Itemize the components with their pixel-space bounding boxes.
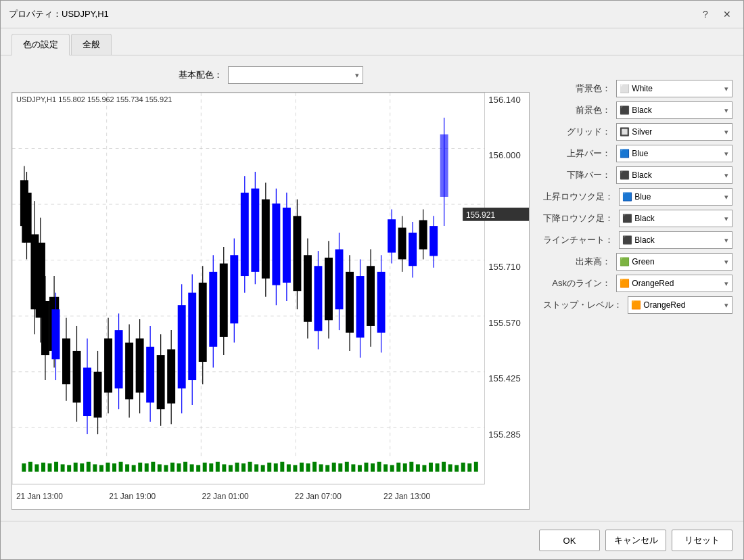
tab-general[interactable]: 全般 bbox=[71, 34, 112, 55]
svg-rect-49 bbox=[164, 465, 168, 472]
svg-rect-44 bbox=[132, 465, 136, 472]
tab-color-settings[interactable]: 色の設定 bbox=[11, 34, 70, 55]
svg-rect-121 bbox=[136, 338, 144, 392]
fg-color-select[interactable]: ⬛ Black ⬜ White bbox=[616, 101, 733, 119]
svg-rect-88 bbox=[416, 464, 420, 471]
svg-rect-65 bbox=[267, 463, 271, 472]
svg-rect-36 bbox=[80, 463, 84, 471]
svg-rect-70 bbox=[300, 463, 304, 472]
svg-rect-31 bbox=[48, 463, 52, 471]
up-candle-color-select[interactable]: 🟦 Blue ⬛ Black 🟥 Red bbox=[619, 188, 733, 206]
svg-rect-133 bbox=[199, 283, 207, 362]
svg-rect-64 bbox=[261, 465, 265, 472]
up-bar-color-label: 上昇バー： bbox=[543, 147, 611, 160]
svg-rect-74 bbox=[325, 465, 329, 472]
svg-rect-60 bbox=[235, 463, 239, 472]
svg-rect-87 bbox=[409, 462, 413, 472]
stop-level-color-select[interactable]: 🟧 OrangeRed 🟥 Red 🟦 Blue bbox=[628, 296, 733, 314]
down-bar-color-select-wrapper: ⬛ Black ⬜ White 🟦 Blue bbox=[616, 166, 733, 184]
cancel-button[interactable]: キャンセル bbox=[605, 530, 666, 551]
footer: OK キャンセル リセット bbox=[1, 521, 743, 559]
svg-rect-143 bbox=[251, 189, 259, 272]
color-row-up-candle: 上昇ロウソク足： 🟦 Blue ⬛ Black 🟥 Red bbox=[543, 188, 733, 206]
line-chart-color-select[interactable]: ⬛ Black ⬜ White 🟦 Blue bbox=[619, 231, 733, 249]
svg-rect-153 bbox=[304, 255, 312, 322]
svg-rect-89 bbox=[422, 465, 426, 472]
svg-rect-161 bbox=[346, 272, 354, 333]
color-row-grid: グリッド： 🔲 Silver ◼ Gray ⬜ White bbox=[543, 123, 733, 141]
svg-rect-145 bbox=[262, 200, 270, 279]
left-panel: 基本配色： デフォルト カスタム USDJPY,H1 155.802 155.9… bbox=[11, 66, 530, 510]
svg-rect-55 bbox=[203, 463, 207, 472]
svg-rect-125 bbox=[157, 355, 165, 409]
svg-rect-135 bbox=[209, 272, 217, 347]
chart-header: USDJPY,H1 155.802 155.962 155.734 155.92… bbox=[16, 95, 172, 103]
svg-rect-94 bbox=[455, 465, 459, 472]
color-row-volume: 出来高： 🟩 Green ⬛ Black 🟥 Red bbox=[543, 253, 733, 271]
svg-text:155.570: 155.570 bbox=[488, 318, 520, 328]
color-row-down-candle: 下降ロウソク足： ⬛ Black ⬜ White 🟦 Blue bbox=[543, 210, 733, 227]
down-bar-color-select[interactable]: ⬛ Black ⬜ White 🟦 Blue bbox=[616, 166, 733, 184]
volume-color-select[interactable]: 🟩 Green ⬛ Black 🟥 Red bbox=[616, 253, 733, 271]
svg-rect-46 bbox=[145, 463, 149, 471]
svg-rect-51 bbox=[177, 463, 181, 471]
svg-rect-30 bbox=[41, 463, 45, 472]
svg-rect-167 bbox=[377, 272, 386, 333]
up-bar-color-select[interactable]: 🟦 Blue ⬛ Black 🟥 Red bbox=[616, 145, 733, 162]
svg-rect-72 bbox=[312, 462, 317, 472]
line-chart-color-select-wrapper: ⬛ Black ⬜ White 🟦 Blue bbox=[619, 231, 733, 249]
svg-rect-92 bbox=[442, 462, 446, 472]
close-button[interactable]: ✕ bbox=[719, 6, 735, 22]
ok-button[interactable]: OK bbox=[539, 530, 600, 551]
bg-color-label: 背景色： bbox=[543, 83, 611, 95]
svg-rect-79 bbox=[358, 465, 362, 472]
svg-rect-151 bbox=[293, 216, 301, 291]
color-row-up-bar: 上昇バー： 🟦 Blue ⬛ Black 🟥 Red bbox=[543, 145, 733, 162]
svg-rect-93 bbox=[448, 464, 452, 471]
svg-rect-157 bbox=[325, 258, 333, 320]
svg-text:22 Jan 07:00: 22 Jan 07:00 bbox=[295, 492, 342, 501]
svg-rect-47 bbox=[151, 462, 155, 472]
svg-rect-37 bbox=[87, 462, 91, 472]
svg-rect-103 bbox=[41, 301, 49, 355]
svg-rect-141 bbox=[241, 193, 249, 276]
svg-rect-80 bbox=[364, 463, 368, 472]
svg-text:156.140: 156.140 bbox=[488, 95, 520, 105]
svg-rect-57 bbox=[216, 462, 220, 472]
svg-rect-159 bbox=[335, 250, 344, 310]
bg-color-select[interactable]: ⬜ White ⬛ Black ◼ Gray bbox=[616, 80, 733, 97]
svg-rect-52 bbox=[183, 462, 187, 472]
grid-color-select-wrapper: 🔲 Silver ◼ Gray ⬜ White bbox=[616, 123, 733, 141]
svg-text:155.921: 155.921 bbox=[466, 210, 495, 220]
stop-level-color-select-wrapper: 🟧 OrangeRed 🟥 Red 🟦 Blue bbox=[628, 296, 733, 314]
base-color-label: 基本配色： bbox=[179, 69, 223, 81]
svg-rect-123 bbox=[146, 347, 154, 403]
svg-rect-78 bbox=[351, 464, 355, 471]
svg-rect-28 bbox=[28, 462, 32, 472]
color-row-down-bar: 下降バー： ⬛ Black ⬜ White 🟦 Blue bbox=[543, 166, 733, 184]
base-color-select-wrapper: デフォルト カスタム bbox=[228, 66, 363, 84]
grid-color-select[interactable]: 🔲 Silver ◼ Gray ⬜ White bbox=[616, 123, 733, 141]
svg-rect-42 bbox=[119, 462, 123, 472]
svg-rect-39 bbox=[99, 465, 103, 472]
chart-container: USDJPY,H1 155.802 155.962 155.734 155.92… bbox=[11, 92, 530, 510]
svg-rect-66 bbox=[274, 463, 278, 471]
svg-rect-173 bbox=[409, 233, 417, 266]
svg-rect-34 bbox=[67, 465, 71, 472]
svg-rect-71 bbox=[306, 463, 310, 471]
reset-button[interactable]: リセット bbox=[672, 530, 733, 551]
svg-rect-97 bbox=[474, 462, 478, 472]
ask-line-color-select[interactable]: 🟧 OrangeRed 🟥 Red 🟦 Blue bbox=[616, 275, 733, 292]
svg-rect-99 bbox=[20, 180, 28, 226]
svg-rect-29 bbox=[34, 464, 39, 471]
svg-rect-32 bbox=[54, 462, 58, 472]
down-bar-color-label: 下降バー： bbox=[543, 169, 611, 181]
svg-rect-91 bbox=[436, 463, 440, 471]
down-candle-color-select[interactable]: ⬛ Black ⬜ White 🟦 Blue bbox=[619, 210, 733, 227]
base-color-select[interactable]: デフォルト カスタム bbox=[228, 66, 363, 84]
svg-text:22 Jan 13:00: 22 Jan 13:00 bbox=[383, 492, 430, 501]
help-button[interactable]: ? bbox=[697, 6, 714, 22]
color-row-ask-line: Askのライン： 🟧 OrangeRed 🟥 Red 🟦 Blue bbox=[543, 275, 733, 292]
svg-rect-45 bbox=[138, 463, 142, 472]
svg-rect-179 bbox=[440, 135, 448, 197]
